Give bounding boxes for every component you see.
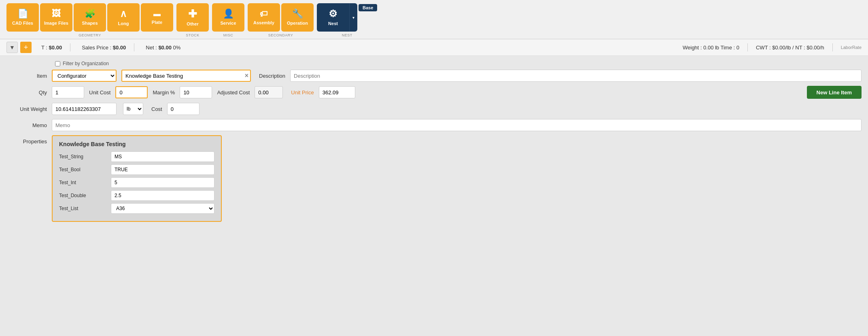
assembly-icon: 🏷 <box>260 10 268 18</box>
shapes-icon: 🧩 <box>85 9 96 18</box>
cwt-value: $0.00/lb <box>772 45 791 51</box>
nest-button[interactable]: ⚙ Nest <box>317 3 349 32</box>
total-display: T : $0.00 <box>41 45 62 51</box>
cad-files-button[interactable]: 📄 CAD Files <box>6 3 39 32</box>
nt-label: / NT : <box>792 45 806 51</box>
prop-row-test-list: Test_List A36 A572 A992 <box>59 203 214 214</box>
adjusted-cost-label: Adjusted Cost <box>217 89 250 96</box>
item-label: Item <box>6 73 47 79</box>
weight-label: Weight : <box>683 45 702 51</box>
unit-cost-input[interactable] <box>115 86 148 98</box>
toolbar-group-stock: ✚ Other STOCK <box>176 3 209 39</box>
unit-price-label: Unit Price <box>291 89 314 96</box>
cost-input[interactable] <box>167 103 199 115</box>
toolbar: 📄 CAD Files 🖼 Image Files 🧩 Shapes ∧ Lon… <box>0 0 868 39</box>
test-int-input[interactable] <box>111 177 214 188</box>
toolbar-group-secondary: 🏷 Assembly 🔧 Operation SECONDARY <box>248 3 314 39</box>
memo-row: Memo <box>6 119 862 131</box>
add-button[interactable]: + <box>20 42 32 53</box>
filter-by-org-label: Filter by Organization <box>63 61 109 66</box>
margin-label: Margin % <box>153 89 175 96</box>
prop-row-test-double: Test_Double <box>59 190 214 201</box>
qty-input[interactable] <box>52 86 84 98</box>
new-line-item-button[interactable]: New Line Item <box>807 86 862 99</box>
description-label: Description <box>259 73 285 79</box>
properties-section: Properties Knowledge Base Testing Test_S… <box>6 135 862 222</box>
unit-weight-input[interactable] <box>52 103 117 115</box>
total-value: $0.00 <box>49 45 62 51</box>
net-value: $0.00 <box>158 45 172 51</box>
plate-button[interactable]: ▬ Plate <box>141 3 173 32</box>
search-input[interactable] <box>121 70 251 82</box>
nest-icon: ⚙ <box>329 9 337 19</box>
service-button[interactable]: 👤 Service <box>212 3 244 32</box>
operation-label: Operation <box>287 21 308 26</box>
qty-label: Qty <box>6 89 47 96</box>
cad-files-icon: 📄 <box>17 9 28 18</box>
margin-input[interactable] <box>180 86 212 98</box>
image-files-label: Image Files <box>44 21 68 26</box>
unit-price-input[interactable] <box>319 86 355 98</box>
long-label: Long <box>118 21 129 26</box>
memo-input[interactable] <box>52 119 862 131</box>
nest-group-label: NEST <box>342 33 352 37</box>
operation-button[interactable]: 🔧 Operation <box>281 3 314 32</box>
long-button[interactable]: ∧ Long <box>107 3 140 32</box>
net-percent: 0% <box>173 45 181 51</box>
net-label: Net : <box>146 45 157 51</box>
image-files-button[interactable]: 🖼 Image Files <box>40 3 72 32</box>
total-label: T <box>41 45 45 51</box>
test-list-select[interactable]: A36 A572 A992 <box>111 203 214 214</box>
plus-icon: + <box>24 43 28 52</box>
filter-by-org-checkbox[interactable] <box>55 61 60 66</box>
item-row: Item Configurator Standard Custom × Desc… <box>6 70 862 82</box>
weight-display: Weight : 0.00 lb Time : 0 <box>683 45 739 51</box>
cost-label: Cost <box>151 106 162 112</box>
test-double-label: Test_Double <box>59 193 108 198</box>
test-bool-input[interactable] <box>111 164 214 175</box>
time-label: Time : <box>721 45 736 51</box>
base-label: Base <box>359 4 377 11</box>
nest-dropdown-button[interactable]: ▾ <box>349 3 357 32</box>
toolbar-group-nest: ⚙ Nest ▾ Base NEST <box>317 3 377 39</box>
nt-value: $0.00/h <box>806 45 824 51</box>
image-files-icon: 🖼 <box>52 9 61 18</box>
prop-row-test-int: Test_Int <box>59 177 214 188</box>
long-icon: ∧ <box>120 9 127 19</box>
test-double-input[interactable] <box>111 190 214 201</box>
stock-label: STOCK <box>186 33 199 37</box>
test-string-input[interactable] <box>111 151 214 162</box>
properties-box: Knowledge Base Testing Test_String Test_… <box>52 135 222 222</box>
divider-1 <box>70 43 70 51</box>
description-input[interactable] <box>290 70 862 82</box>
operation-icon: 🔧 <box>292 9 303 18</box>
adjusted-cost-input[interactable] <box>255 86 283 98</box>
shapes-button[interactable]: 🧩 Shapes <box>74 3 106 32</box>
divider-2 <box>134 43 134 51</box>
assembly-label: Assembly <box>253 20 274 25</box>
other-icon: ✚ <box>188 9 197 19</box>
down-arrow-button[interactable]: ▼ <box>6 42 18 53</box>
prop-row-test-string: Test_String <box>59 151 214 162</box>
test-bool-label: Test_Bool <box>59 167 108 172</box>
secondary-label: SECONDARY <box>268 33 293 37</box>
chevron-down-icon: ▾ <box>352 15 354 20</box>
search-wrap: × <box>121 70 251 82</box>
sales-price-label: Sales Price : <box>82 45 111 51</box>
toolbar-group-misc: 👤 Service MISC <box>212 3 244 39</box>
test-string-label: Test_String <box>59 154 108 159</box>
unit-cost-label: Unit Cost <box>89 89 110 96</box>
other-button[interactable]: ✚ Other <box>176 3 209 32</box>
item-select[interactable]: Configurator Standard Custom <box>52 70 117 82</box>
labor-rate-label: LaborRate <box>841 45 862 50</box>
assembly-button[interactable]: 🏷 Assembly <box>248 3 280 32</box>
misc-label: MISC <box>223 33 233 37</box>
sales-price-value: $0.00 <box>113 45 126 51</box>
test-list-label: Test_List <box>59 206 108 211</box>
plate-icon: ▬ <box>153 10 161 17</box>
divider-3 <box>747 43 748 51</box>
search-clear-button[interactable]: × <box>245 72 248 79</box>
down-arrow-icon: ▼ <box>9 44 15 51</box>
unit-weight-unit-select[interactable]: lb kg <box>123 103 143 115</box>
shapes-label: Shapes <box>82 21 98 26</box>
